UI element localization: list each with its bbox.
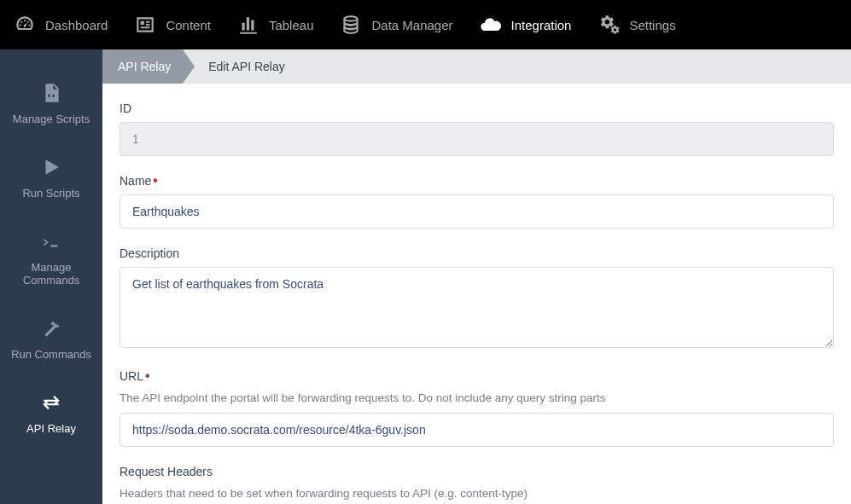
- name-label: Name: [119, 174, 151, 188]
- breadcrumb-current: Edit API Relay: [183, 60, 285, 73]
- sidebar-run-commands-label: Run Commands: [11, 348, 91, 361]
- field-name: Name•: [119, 173, 834, 229]
- id-label: ID: [119, 101, 131, 115]
- gauge-icon: [13, 13, 37, 37]
- nav-content-label: Content: [166, 18, 211, 32]
- database-icon: [339, 13, 363, 37]
- wand-icon: [38, 317, 65, 339]
- description-input[interactable]: [119, 267, 834, 348]
- id-input: [119, 122, 834, 156]
- nav-tableau[interactable]: Tableau: [236, 13, 314, 37]
- request-headers-help: Headers that need to be set when forward…: [119, 487, 834, 500]
- nav-settings[interactable]: Settings: [597, 13, 675, 37]
- nav-integration-label: Integration: [511, 18, 572, 32]
- top-navbar: Dashboard Content Tableau Data Manager I…: [0, 0, 851, 49]
- exchange-icon: [38, 391, 65, 414]
- url-label: URL: [119, 369, 143, 383]
- nav-content[interactable]: Content: [133, 13, 211, 37]
- sidebar-manage-commands[interactable]: Manage Commands: [0, 215, 102, 302]
- nav-dashboard-label: Dashboard: [45, 18, 108, 32]
- description-label: Description: [119, 246, 179, 260]
- breadcrumb-root[interactable]: API Relay: [102, 49, 183, 84]
- sidebar-api-relay[interactable]: API Relay: [0, 376, 102, 450]
- sidebar-manage-scripts[interactable]: Manage Scripts: [0, 67, 102, 141]
- request-headers-label: Request Headers: [119, 465, 213, 478]
- field-request-headers: Request Headers Headers that need to be …: [119, 464, 834, 500]
- sidebar-manage-scripts-label: Manage Scripts: [13, 113, 90, 125]
- url-input[interactable]: [119, 413, 834, 447]
- edit-form: ID Name• Description URL• The API endpoi…: [102, 84, 851, 504]
- nav-tableau-label: Tableau: [269, 18, 314, 32]
- terminal-icon: [38, 230, 65, 252]
- cloud-icon: [479, 13, 503, 37]
- nav-settings-label: Settings: [629, 18, 675, 32]
- sidebar-run-scripts[interactable]: Run Scripts: [0, 141, 102, 215]
- sidebar-run-scripts-label: Run Scripts: [22, 187, 79, 200]
- field-id: ID: [119, 101, 834, 156]
- name-input[interactable]: [119, 194, 834, 229]
- required-indicator: •: [145, 368, 150, 383]
- nav-dashboard[interactable]: Dashboard: [13, 13, 108, 37]
- sidebar-run-commands[interactable]: Run Commands: [0, 302, 102, 376]
- field-url: URL• The API endpoint the portal will be…: [119, 368, 834, 447]
- gears-icon: [597, 13, 621, 37]
- nav-data-manager[interactable]: Data Manager: [339, 13, 452, 37]
- sidebar-manage-commands-label: Manage Commands: [4, 261, 98, 287]
- file-code-icon: [38, 82, 65, 104]
- sidebar-api-relay-label: API Relay: [26, 422, 76, 435]
- barchart-icon: [236, 13, 260, 37]
- nav-integration[interactable]: Integration: [479, 13, 572, 37]
- sidebar: Manage Scripts Run Scripts Manage Comman…: [0, 49, 102, 504]
- play-icon: [38, 156, 65, 178]
- breadcrumb: API Relay Edit API Relay: [102, 49, 851, 84]
- field-description: Description: [119, 246, 834, 351]
- required-indicator: •: [153, 173, 158, 188]
- main-content: API Relay Edit API Relay ID Name• Descri…: [102, 49, 851, 504]
- content-icon: [133, 13, 157, 37]
- nav-data-manager-label: Data Manager: [371, 18, 452, 32]
- url-help: The API endpoint the portal will be forw…: [119, 391, 834, 404]
